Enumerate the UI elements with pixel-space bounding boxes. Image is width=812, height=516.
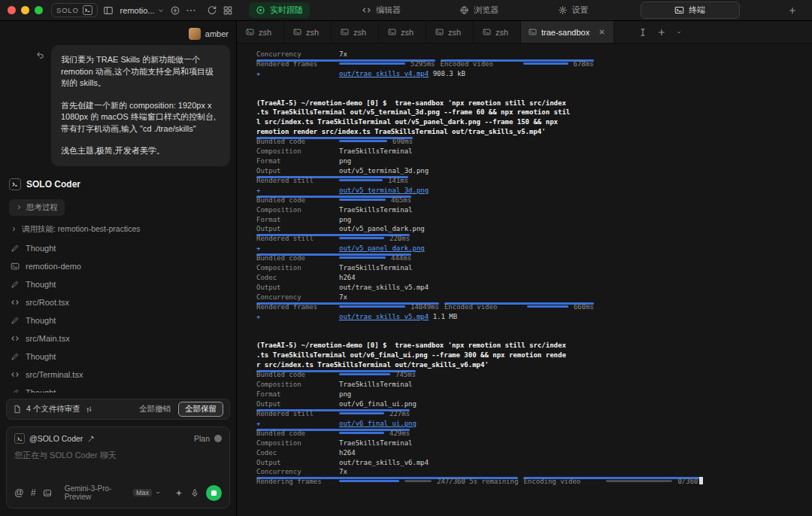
- project-selector[interactable]: remotio...: [120, 6, 165, 15]
- plus-icon: [788, 6, 797, 15]
- terminal-tab-label: zsh: [495, 28, 508, 37]
- terminal-tab-zsh-0[interactable]: zsh: [237, 21, 284, 43]
- workspace-tab-terminal[interactable]: 终端: [641, 2, 740, 19]
- step-src-root-tsx[interactable]: src/Root.tsx: [0, 293, 236, 311]
- workspace-tab-settings[interactable]: 设置: [551, 2, 595, 18]
- review-bar: 4 个文件待审查 全部撤销 全部保留: [6, 399, 230, 420]
- terminal-tab-zsh-4[interactable]: zsh: [426, 21, 474, 43]
- terminal-label: Output: [256, 458, 339, 468]
- image-icon[interactable]: [43, 488, 52, 498]
- output-file-link[interactable]: out/v5_panel_dark.png: [339, 244, 425, 252]
- output-file-link[interactable]: out/trae_skills_v5.mp4: [339, 313, 429, 320]
- terminal-line: Bundled code465ms: [256, 196, 411, 198]
- progress-bar: [339, 62, 405, 65]
- skill-toggle[interactable]: 调用技能: remotion-best-practices: [0, 216, 236, 237]
- undo-all-button[interactable]: 全部撤销: [136, 402, 174, 416]
- terminal-tab-label: zsh: [448, 28, 461, 37]
- terminal-label: Bundled code: [256, 137, 339, 147]
- terminal-tab-trae-sandbox-6[interactable]: trae-sandbox: [521, 21, 614, 43]
- user-avatar-row: amber: [0, 28, 236, 40]
- workspace-tab-editor[interactable]: 编辑器: [355, 2, 408, 18]
- progress-bar: [339, 480, 399, 482]
- terminal-value: TraeSkillsTerminal: [339, 439, 413, 447]
- terminal-label: Bundled code: [256, 370, 339, 380]
- terminal-value: TraeSkillsTerminal: [339, 147, 413, 155]
- terminal-label: Output: [256, 166, 339, 176]
- progress-bar: [339, 412, 384, 414]
- mention-icon[interactable]: @: [14, 488, 24, 498]
- terminal-icon: [246, 28, 254, 36]
- model-selector[interactable]: Gemini-3-Pro-Preview Max: [65, 484, 161, 501]
- step-thought[interactable]: Thought: [0, 239, 236, 257]
- step-src-main-tsx[interactable]: src/Main.tsx: [0, 329, 236, 348]
- thinking-toggle[interactable]: 思考过程: [9, 199, 65, 216]
- terminal-line: Outputout/trae_skills_v6.mp4: [256, 458, 806, 468]
- plan-mode-indicator[interactable]: [214, 435, 222, 442]
- terminal-label: Encoded video: [441, 59, 523, 69]
- chat-scroll-area[interactable]: amber 我们要为 TRAE Skills 的新功能做一个 remotion …: [0, 21, 236, 393]
- workspace-tab-new-tab[interactable]: [785, 4, 800, 17]
- terminal-label: Composition: [256, 147, 339, 156]
- browser-icon: [459, 5, 469, 15]
- microphone-icon[interactable]: [190, 488, 199, 498]
- keep-all-button[interactable]: 全部保留: [178, 402, 223, 417]
- thinking-label: 思考过程: [26, 202, 58, 213]
- terminal-line: Bundled code745ms: [256, 370, 416, 372]
- solo-mode-badge[interactable]: SOLO: [51, 3, 98, 17]
- output-file-link[interactable]: out/v5_terminal_3d.png: [339, 187, 429, 194]
- new-session-icon[interactable]: [170, 5, 180, 16]
- sparkle-icon[interactable]: [174, 488, 183, 498]
- output-file-link[interactable]: out/trae_skills_v4.mp4: [339, 70, 429, 77]
- step-thought[interactable]: Thought: [0, 311, 236, 329]
- solo-label: SOLO: [56, 6, 79, 14]
- up-down-arrows-icon[interactable]: [85, 405, 93, 414]
- terminal-command-line: .ts TraeSkillsTerminal out/v5_terminal_3…: [256, 108, 806, 117]
- step-src-terminal-tsx[interactable]: src/Terminal.tsx: [0, 366, 236, 384]
- restore-checkpoint-icon[interactable]: [35, 50, 45, 60]
- terminal-value: out/v6_final_ui.png: [339, 400, 417, 408]
- terminal-value: TraeSkillsTerminal: [339, 264, 413, 272]
- apps-grid-icon[interactable]: [223, 5, 233, 16]
- close-tab-icon[interactable]: [598, 28, 606, 36]
- terminal-tab-label: trae-sandbox: [541, 28, 589, 37]
- terminal-tab-zsh-5[interactable]: zsh: [474, 21, 521, 43]
- terminal-line: [256, 79, 806, 89]
- composer-agent-label[interactable]: @SOLO Coder: [29, 434, 83, 443]
- terminal-value: out/v5_panel_dark.png: [339, 225, 425, 232]
- step-label: Thought: [26, 244, 56, 253]
- step-thought[interactable]: Thought: [0, 348, 236, 366]
- terminal-label: Composition: [256, 380, 339, 390]
- terminal-line: Outputout/trae_skills_v5.mp4: [256, 283, 806, 293]
- sidebar-toggle-icon[interactable]: [103, 5, 114, 16]
- stop-generation-button[interactable]: [206, 485, 222, 501]
- history-icon[interactable]: [207, 5, 217, 16]
- terminal-tab-zsh-2[interactable]: zsh: [332, 21, 379, 43]
- terminal-tab-zsh-3[interactable]: zsh: [379, 21, 426, 43]
- workspace-tab-live-follow[interactable]: 实时跟随: [249, 2, 310, 18]
- plan-mode[interactable]: Plan: [194, 434, 222, 443]
- new-terminal-icon[interactable]: [657, 28, 666, 37]
- zoom-window-button[interactable]: [35, 6, 43, 14]
- terminal-line: Outputout/v6_final_ui.png: [256, 399, 806, 409]
- minimize-window-button[interactable]: [21, 6, 29, 14]
- terminal-label: Concurrency: [256, 50, 339, 59]
- tools-icon[interactable]: [87, 435, 95, 443]
- step-thought[interactable]: Thought: [0, 275, 236, 293]
- step-thought[interactable]: Thought: [0, 384, 236, 393]
- step-remotion-demo[interactable]: remotion-demo: [0, 257, 236, 275]
- terminal-list-chevron-icon[interactable]: [676, 29, 682, 35]
- workspace-tab-browser[interactable]: 浏览器: [453, 2, 505, 18]
- pencil-icon: [11, 244, 20, 253]
- more-icon[interactable]: [186, 5, 196, 16]
- hash-icon[interactable]: #: [31, 488, 36, 498]
- close-window-button[interactable]: [8, 6, 16, 14]
- output-file-link[interactable]: out/v6_final_ui.png: [339, 420, 417, 427]
- terminal-output[interactable]: Concurrency7xRendered frames5295msEncode…: [237, 44, 812, 516]
- workspace-tab-label: 设置: [572, 5, 589, 16]
- progress-status: 14049ms: [411, 303, 439, 311]
- terminal-label: Format: [256, 215, 339, 225]
- terminal-line: CompositionTraeSkillsTerminal: [256, 205, 806, 215]
- terminal-label: Concurrency: [256, 293, 339, 302]
- terminal-tab-zsh-1[interactable]: zsh: [284, 21, 332, 43]
- chat-input[interactable]: [7, 445, 229, 480]
